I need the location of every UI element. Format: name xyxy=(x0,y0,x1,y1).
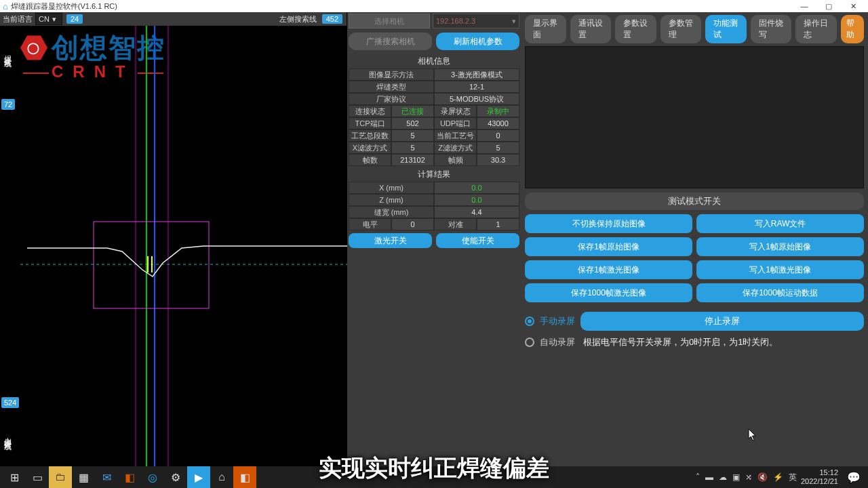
laser-switch-button[interactable]: 激光开关 xyxy=(349,233,432,248)
info-value: 已连接 xyxy=(391,105,434,117)
result-value: 0 xyxy=(391,218,434,230)
info-value: 502 xyxy=(391,117,434,129)
viewer-topstrip: 当前语言 CN▾ 24 左侧搜索线 452 xyxy=(0,12,347,26)
help-tab[interactable]: 帮助 xyxy=(841,15,864,43)
laser-viewer: 当前语言 CN▾ 24 左侧搜索线 452 72 524 焊接索线 上侧搜索线 … xyxy=(0,12,347,466)
camera-select[interactable]: 选择相机 xyxy=(349,14,430,28)
action-button-1[interactable]: 写入RAW文件 xyxy=(696,214,864,233)
system-tray[interactable]: ˄ ▬ ☁ ▣ ⤨ 🔇 ⚡ 英 xyxy=(696,472,797,483)
minimize-button[interactable]: — xyxy=(792,2,816,10)
info-value: 12-1 xyxy=(434,81,519,93)
left-search-badge: 452 xyxy=(322,14,342,24)
action-button-6[interactable]: 保存1000帧激光图像 xyxy=(525,283,692,302)
test-mode-switch[interactable]: 测试模式开关 xyxy=(525,192,864,210)
tab-bar: 显示界面通讯设置参数设置参数管理功能测试固件烧写操作日志帮助 xyxy=(525,15,864,43)
info-label: 当前工艺号 xyxy=(434,129,477,142)
mail-icon[interactable]: ✉ xyxy=(95,466,118,488)
ime-indicator[interactable]: 英 xyxy=(789,472,797,483)
subtitle-overlay: 实现实时纠正焊缝偏差 xyxy=(163,453,705,484)
info-label: 工艺总段数 xyxy=(349,129,391,142)
home-icon: ⌂ xyxy=(3,1,8,12)
wifi-icon[interactable]: ⤨ xyxy=(745,472,752,482)
info-label: 连接状态 xyxy=(349,105,391,117)
notifications-icon[interactable]: 💬 xyxy=(842,466,865,488)
stop-rec-button[interactable]: 停止录屏 xyxy=(580,312,864,331)
result-grid-4col: 电平0对准1 xyxy=(349,218,519,230)
auto-rec-label: 自动录屏 xyxy=(540,336,575,348)
viewer-plot xyxy=(0,26,347,466)
auto-rec-hint: 根据电平信号开关录屏，为0时开启，为1时关闭。 xyxy=(583,336,778,348)
result-label: 对准 xyxy=(434,218,477,230)
info-column: 选择相机 192.168.2.3 广播搜索相机 刷新相机参数 相机信息 图像显示… xyxy=(347,12,521,466)
tab-3[interactable]: 参数管理 xyxy=(660,15,702,43)
result-header: 计算结果 xyxy=(349,166,519,182)
info-value: 213102 xyxy=(391,154,434,166)
tab-1[interactable]: 通讯设置 xyxy=(570,15,612,43)
action-button-2[interactable]: 保存1帧原始图像 xyxy=(525,237,692,256)
info-label: 图像显示方法 xyxy=(349,68,434,81)
action-button-5[interactable]: 写入1帧激光图像 xyxy=(696,260,864,279)
info-value: 30.3 xyxy=(477,154,519,166)
volume-icon[interactable]: 🔇 xyxy=(757,472,768,482)
result-value: 0.0 xyxy=(434,194,519,206)
tab-4[interactable]: 功能测试 xyxy=(705,15,747,43)
info-label: Z滤波方式 xyxy=(434,142,477,154)
explorer-icon[interactable]: 🗀 xyxy=(49,466,72,488)
refresh-params-button[interactable]: 刷新相机参数 xyxy=(436,33,519,50)
maximize-button[interactable]: ▢ xyxy=(816,2,841,11)
manual-rec-radio[interactable] xyxy=(525,317,534,326)
top-num-badge: 24 xyxy=(66,14,83,24)
taskview-icon[interactable]: ▭ xyxy=(26,466,49,488)
result-label: X (mm) xyxy=(349,182,434,194)
action-button-7[interactable]: 保存1000帧运动数据 xyxy=(696,283,864,302)
result-grid-2col: X (mm)0.0Z (mm)0.0缝宽 (mm)4.4 xyxy=(349,182,519,218)
action-button-3[interactable]: 写入1帧原始图像 xyxy=(696,237,864,256)
auto-rec-radio[interactable] xyxy=(525,338,534,347)
broadcast-button[interactable]: 广播搜索相机 xyxy=(349,33,432,50)
ip-select[interactable]: 192.168.2.3 xyxy=(433,14,519,28)
cloud-icon[interactable]: ☁ xyxy=(719,472,727,482)
info-value: 5-MODBUS协议 xyxy=(434,93,519,105)
info-label: TCP端口 xyxy=(349,117,391,129)
result-value: 1 xyxy=(477,218,519,230)
preview-area xyxy=(525,46,864,188)
info-value: 5 xyxy=(391,129,434,142)
info-label: X滤波方式 xyxy=(349,142,391,154)
calendar-icon[interactable]: ▦ xyxy=(72,466,95,488)
info-label: 帧数 xyxy=(349,154,391,166)
office-icon[interactable]: ◧ xyxy=(118,466,141,488)
tab-6[interactable]: 操作日志 xyxy=(795,15,837,43)
result-label: 缝宽 (mm) xyxy=(349,206,434,218)
action-button-4[interactable]: 保存1帧激光图像 xyxy=(525,260,692,279)
action-button-grid: 不切换保持原始图像写入RAW文件保存1帧原始图像写入1帧原始图像保存1帧激光图像… xyxy=(525,214,864,302)
camera-info-grid-4col: 连接状态已连接录屏状态录制中TCP端口502UDP端口43000工艺总段数5当前… xyxy=(349,105,519,166)
monitor-icon[interactable]: ▣ xyxy=(732,472,740,482)
info-value: 0 xyxy=(477,129,519,142)
close-button[interactable]: ✕ xyxy=(841,2,865,11)
info-value: 43000 xyxy=(477,117,519,129)
action-button-0[interactable]: 不切换保持原始图像 xyxy=(525,214,692,233)
battery-icon[interactable]: ▬ xyxy=(705,472,713,482)
info-label: 焊缝类型 xyxy=(349,81,434,93)
left-search-label: 左侧搜索线 xyxy=(277,14,319,24)
window-title: 焊缝跟踪器显控软件(V1.6.1 RC) xyxy=(11,1,117,12)
result-label: Z (mm) xyxy=(349,194,434,206)
camera-info-grid-2col: 图像显示方法3-激光图像模式焊缝类型12-1厂家协议5-MODBUS协议 xyxy=(349,68,519,105)
taskbar-clock[interactable]: 15:12 2022/12/21 xyxy=(797,468,842,486)
enable-switch-button[interactable]: 使能开关 xyxy=(436,233,519,248)
info-label: 帧频 xyxy=(434,154,477,166)
right-panel: 显示界面通讯设置参数设置参数管理功能测试固件烧写操作日志帮助 测试模式开关 不切… xyxy=(521,12,868,466)
edge-icon[interactable]: ◎ xyxy=(141,466,164,488)
result-value: 0.0 xyxy=(434,182,519,194)
tab-2[interactable]: 参数设置 xyxy=(615,15,656,43)
window-titlebar: ⌂ 焊缝跟踪器显控软件(V1.6.1 RC) — ▢ ✕ xyxy=(0,0,868,12)
power-icon[interactable]: ⚡ xyxy=(773,472,783,482)
info-label: 录屏状态 xyxy=(434,105,477,117)
info-value: 5 xyxy=(391,142,434,154)
tab-5[interactable]: 固件烧写 xyxy=(751,15,792,43)
tab-0[interactable]: 显示界面 xyxy=(525,15,566,43)
info-value: 录制中 xyxy=(477,105,519,117)
lang-dropdown[interactable]: CN▾ xyxy=(35,13,62,25)
camera-info-header: 相机信息 xyxy=(349,53,519,68)
start-icon[interactable]: ⊞ xyxy=(3,466,26,488)
